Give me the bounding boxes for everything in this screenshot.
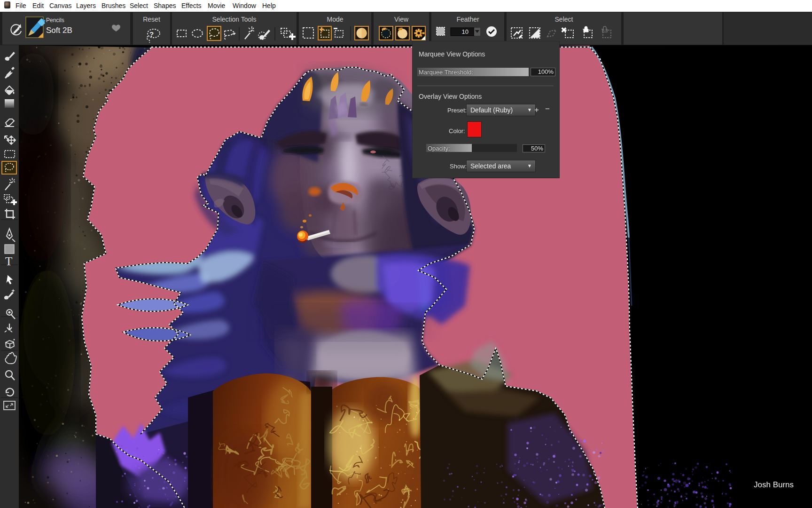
svg-text:10: 10 bbox=[462, 28, 468, 35]
svg-text:Soft 2B: Soft 2B bbox=[46, 26, 72, 35]
svg-text:Josh Burns: Josh Burns bbox=[754, 480, 794, 489]
svg-text:Pencils: Pencils bbox=[46, 17, 64, 24]
svg-text:T: T bbox=[5, 255, 12, 268]
svg-text:?: ? bbox=[149, 30, 154, 38]
